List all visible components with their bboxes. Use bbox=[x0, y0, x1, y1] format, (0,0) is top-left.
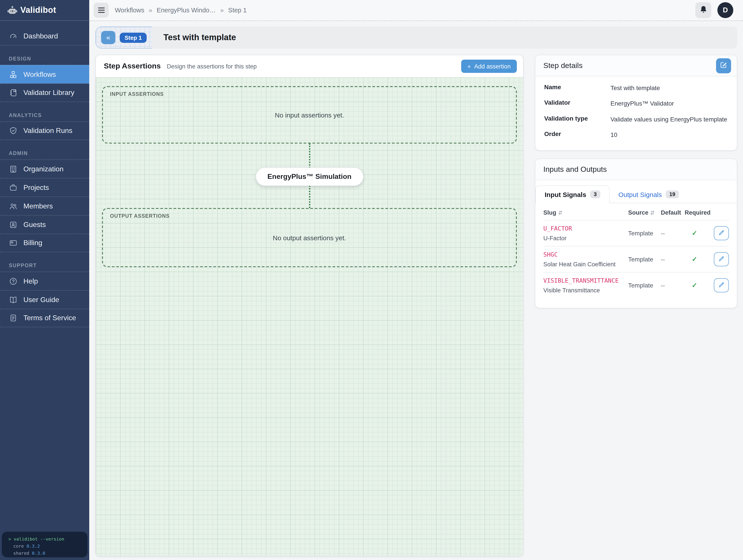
input-assertions-dropzone: INPUT ASSERTIONS No input assertions yet… bbox=[102, 86, 517, 144]
robot-logo-icon bbox=[7, 6, 16, 14]
pencil-icon bbox=[718, 281, 725, 289]
simulation-node[interactable]: EnergyPlus™ Simulation bbox=[256, 168, 363, 186]
sort-icon[interactable]: ⇵ bbox=[558, 210, 563, 216]
sidebar-nav: Dashboard DESIGN Workflows Validator Lib… bbox=[0, 21, 89, 327]
step-details-body: Name Test with template Validator Energy… bbox=[535, 77, 737, 150]
step-selector: « Step 1 bbox=[95, 27, 152, 49]
table-row: VISIBLE_TRANSMITTANCE Visible Transmitta… bbox=[543, 272, 729, 298]
open-book-icon bbox=[9, 295, 18, 304]
bell-icon bbox=[699, 5, 708, 15]
sidebar-item-label: Organization bbox=[24, 165, 63, 173]
table-row: SHGC Solar Heat Gain Coefficient Templat… bbox=[543, 246, 729, 272]
app-logo[interactable]: Validibot bbox=[0, 0, 89, 21]
sidebar-item-help[interactable]: Help bbox=[0, 272, 89, 290]
output-assertions-dropzone: OUTPUT ASSERTIONS No output assertions y… bbox=[102, 208, 517, 267]
briefcase-icon bbox=[9, 183, 18, 192]
detail-row-validation-type: Validation type Validate values using En… bbox=[544, 114, 728, 124]
signals-table: Slug⇵ Source⇵ Default Required U_FACTO bbox=[535, 203, 737, 308]
terminal-line: shared 0.3.0 bbox=[8, 550, 81, 557]
assertions-canvas: INPUT ASSERTIONS No input assertions yet… bbox=[96, 77, 523, 556]
signal-slug: U_FACTOR bbox=[543, 225, 628, 232]
sidebar-item-workflows[interactable]: Workflows bbox=[0, 65, 89, 84]
sidebar-item-label: Dashboard bbox=[24, 32, 58, 40]
sidebar-item-members[interactable]: Members bbox=[0, 196, 89, 215]
notifications-button[interactable] bbox=[695, 2, 711, 18]
sidebar-item-terms[interactable]: Terms of Service bbox=[0, 309, 89, 327]
sort-icon[interactable]: ⇵ bbox=[650, 210, 655, 216]
sidebar-item-validation-runs[interactable]: Validation Runs bbox=[0, 122, 89, 140]
input-signals-count-badge: 3 bbox=[590, 190, 600, 198]
pencil-icon bbox=[718, 229, 725, 237]
sidebar-item-label: User Guide bbox=[24, 296, 59, 304]
add-assertion-button[interactable]: + Add assertion bbox=[461, 60, 517, 73]
edit-signal-button[interactable] bbox=[714, 252, 729, 266]
detail-row-name: Name Test with template bbox=[544, 84, 728, 93]
sidebar-item-label: Workflows bbox=[24, 71, 56, 78]
sidebar-item-guests[interactable]: Guests bbox=[0, 215, 89, 234]
sidebar-item-label: Terms of Service bbox=[24, 314, 76, 322]
topbar: Workflows » EnergyPlus Windo… » Step 1 D bbox=[89, 0, 743, 21]
step-details-card: Step details Name bbox=[535, 55, 737, 151]
sidebar-item-label: Billing bbox=[24, 239, 42, 247]
sidebar-item-projects[interactable]: Projects bbox=[0, 178, 89, 196]
sidebar: Validibot Dashboard DESIGN Workflows bbox=[0, 0, 89, 560]
hamburger-icon bbox=[98, 7, 104, 8]
breadcrumb-separator: » bbox=[220, 7, 224, 14]
step-details-header: Step details bbox=[535, 55, 737, 77]
step-details-title: Step details bbox=[543, 61, 583, 70]
plus-icon: + bbox=[467, 62, 471, 70]
sidebar-item-label: Validation Runs bbox=[24, 127, 73, 135]
shield-check-icon bbox=[9, 126, 18, 135]
check-icon: ✓ bbox=[685, 281, 712, 289]
users-icon bbox=[9, 202, 18, 211]
output-assertions-empty-text: No output assertions yet. bbox=[103, 209, 516, 266]
tab-input-signals[interactable]: Input Signals 3 bbox=[535, 185, 610, 203]
chevron-double-left-icon: « bbox=[106, 34, 110, 41]
page-title: Test with template bbox=[164, 33, 236, 42]
breadcrumb-workflows[interactable]: Workflows bbox=[115, 7, 144, 14]
signal-slug: SHGC bbox=[543, 251, 628, 258]
signal-default: -- bbox=[661, 282, 685, 289]
col-header-slug[interactable]: Slug bbox=[543, 209, 556, 216]
signal-name: Solar Heat Gain Coefficient bbox=[543, 261, 628, 268]
collapse-button[interactable]: « bbox=[101, 31, 115, 44]
tab-output-signals[interactable]: Output Signals 19 bbox=[610, 186, 688, 203]
output-signals-count-badge: 19 bbox=[666, 190, 679, 198]
check-icon: ✓ bbox=[685, 229, 712, 237]
title-strip: Test with template bbox=[152, 27, 737, 49]
edit-step-details-button[interactable] bbox=[716, 58, 731, 73]
signals-tabs: Input Signals 3 Output Signals 19 bbox=[535, 180, 737, 203]
pencil-square-icon bbox=[719, 61, 728, 70]
sidebar-item-dashboard[interactable]: Dashboard bbox=[0, 27, 89, 45]
assertions-header: Step Assertions Design the assertions fo… bbox=[96, 55, 523, 77]
table-row: U_FACTOR U-Factor Template -- ✓ bbox=[543, 220, 729, 246]
workflows-icon bbox=[9, 70, 18, 79]
breadcrumb-step: Step 1 bbox=[228, 7, 247, 14]
signals-table-header: Slug⇵ Source⇵ Default Required bbox=[543, 203, 729, 220]
user-avatar[interactable]: D bbox=[717, 2, 733, 18]
terminal-prompt: > validibot --version bbox=[8, 536, 81, 543]
details-column: Step details Name bbox=[535, 55, 737, 308]
detail-row-validator: Validator EnergyPlus™ Validator bbox=[544, 99, 728, 108]
sidebar-toggle-button[interactable] bbox=[94, 3, 109, 18]
signal-default: -- bbox=[661, 256, 685, 263]
sidebar-item-user-guide[interactable]: User Guide bbox=[0, 290, 89, 309]
assertions-title: Step Assertions bbox=[104, 62, 161, 71]
col-header-source[interactable]: Source bbox=[628, 209, 649, 216]
sidebar-item-validator-library[interactable]: Validator Library bbox=[0, 84, 89, 102]
signal-slug: VISIBLE_TRANSMITTANCE bbox=[543, 277, 628, 284]
sidebar-item-label: Guests bbox=[24, 221, 46, 229]
breadcrumb-workflow-name[interactable]: EnergyPlus Windo… bbox=[157, 7, 216, 14]
pencil-icon bbox=[718, 255, 725, 264]
sidebar-section-admin: ADMIN bbox=[9, 151, 80, 156]
sidebar-item-billing[interactable]: Billing bbox=[0, 234, 89, 252]
edit-signal-button[interactable] bbox=[714, 278, 729, 292]
sidebar-item-organization[interactable]: Organization bbox=[0, 159, 89, 178]
document-icon bbox=[9, 314, 18, 322]
edit-signal-button[interactable] bbox=[714, 226, 729, 240]
signal-source: Template bbox=[628, 282, 661, 289]
detail-row-order: Order 10 bbox=[544, 130, 728, 139]
dashboard-icon bbox=[9, 32, 18, 40]
terminal-line: core 0.3.2 bbox=[8, 543, 81, 550]
col-header-default: Default bbox=[661, 209, 685, 216]
